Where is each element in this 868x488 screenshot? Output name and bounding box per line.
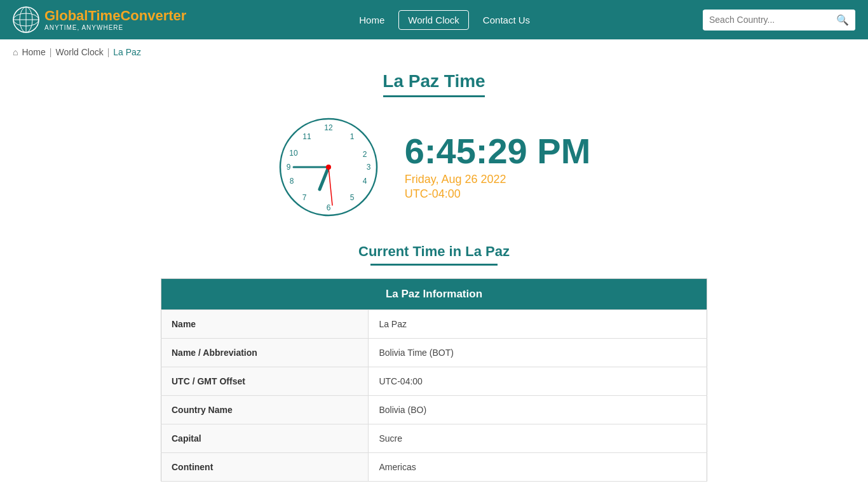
main-nav: Home World Clock Contact Us [350,10,539,30]
table-cell-label: Name / Abbreviation [161,339,369,367]
breadcrumb-current: La Paz [113,47,141,57]
breadcrumb-home[interactable]: Home [22,47,45,57]
section-title: Current Time in La Paz [161,243,707,260]
table-cell-value: Sucre [369,424,707,453]
table-row: NameLa Paz [161,310,707,339]
clock-area: 12 1 2 3 4 5 6 7 8 9 10 [161,116,707,218]
nav-contact-us[interactable]: Contact Us [474,11,539,29]
svg-text:1: 1 [349,132,354,141]
table-row: Name / AbbreviationBolivia Time (BOT) [161,339,707,367]
breadcrumb: ⌂ Home | World Clock | La Paz [0,39,868,65]
table-cell-label: Name [161,310,369,339]
search-area: 🔍 [703,10,855,30]
page-title: La Paz Time [161,71,707,92]
digital-date: Friday, Aug 26 2022 [405,173,591,186]
svg-text:8: 8 [289,177,294,186]
globe-icon [13,6,39,33]
logo-title: GlobalTimeConverter [44,8,186,24]
logo-subtitle: ANYTIME, ANYWHERE [44,24,186,31]
breadcrumb-sep-2: | [107,47,110,57]
breadcrumb-world-clock[interactable]: World Clock [55,47,103,57]
analog-clock-svg: 12 1 2 3 4 5 6 7 8 9 10 [278,116,379,218]
breadcrumb-sep-1: | [50,47,52,57]
logo-link[interactable]: GlobalTimeConverter ANYTIME, ANYWHERE [13,6,186,33]
table-cell-label: UTC / GMT Offset [161,367,369,396]
table-cell-value: Bolivia Time (BOT) [369,339,707,367]
svg-text:10: 10 [289,149,298,158]
table-cell-label: Continent [161,453,369,482]
table-cell-value: Americas [369,453,707,482]
search-input[interactable] [703,10,830,29]
main-content: La Paz Time 12 1 2 3 4 5 6 [148,65,720,488]
header: GlobalTimeConverter ANYTIME, ANYWHERE Ho… [0,0,868,39]
table-cell-value: La Paz [369,310,707,339]
nav-world-clock[interactable]: World Clock [398,10,469,30]
digital-time: 6:45:29 PM [405,133,591,169]
svg-text:6: 6 [326,203,330,212]
svg-text:2: 2 [362,150,367,159]
svg-text:3: 3 [366,163,370,172]
table-row: ContinentAmericas [161,453,707,482]
analog-clock: 12 1 2 3 4 5 6 7 8 9 10 [278,116,379,218]
svg-text:12: 12 [324,123,333,132]
clock-center-dot [326,165,331,170]
title-underline [383,95,485,97]
table-row: UTC / GMT OffsetUTC-04:00 [161,367,707,396]
section-underline [370,264,498,266]
svg-text:4: 4 [362,177,367,186]
table-header: La Paz Information [161,279,707,310]
info-table: La Paz Information NameLa PazName / Abbr… [161,278,707,482]
table-row: Country NameBolivia (BO) [161,396,707,424]
svg-text:11: 11 [302,132,311,141]
nav-home[interactable]: Home [350,11,393,29]
table-cell-label: Capital [161,424,369,453]
table-cell-label: Country Name [161,396,369,424]
table-cell-value: Bolivia (BO) [369,396,707,424]
home-icon: ⌂ [13,47,18,57]
svg-text:5: 5 [349,193,354,202]
svg-text:7: 7 [302,193,306,202]
table-cell-value: UTC-04:00 [369,367,707,396]
svg-text:9: 9 [286,163,290,172]
search-button[interactable]: 🔍 [830,10,855,30]
digital-display: 6:45:29 PM Friday, Aug 26 2022 UTC-04:00 [405,133,591,201]
digital-utc: UTC-04:00 [405,187,591,201]
table-row: CapitalSucre [161,424,707,453]
